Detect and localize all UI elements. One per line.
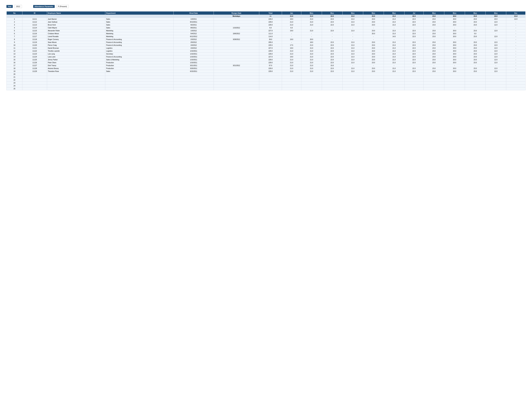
cell-0: 17 [7, 64, 22, 67]
cell-6: 226.0 [259, 18, 282, 21]
cell-18 [506, 82, 526, 84]
cell-18 [506, 87, 526, 90]
cell-17: - [485, 64, 506, 67]
cell-1: 11121 [22, 47, 47, 50]
cell-3: Sales [105, 27, 173, 29]
cell-18 [506, 84, 526, 87]
cell-7: 21.0 [282, 61, 301, 64]
cell-16: 23.0 [465, 58, 485, 61]
cell-12: 21.0 [384, 67, 404, 70]
cell-16: 23.0 [465, 41, 485, 44]
cell-0: 1 [7, 18, 22, 21]
cell-10: 21.0 [342, 61, 363, 64]
cell-15: - [444, 27, 465, 29]
cell-2: Lana Lane [47, 56, 105, 58]
cell-16: 23.0 [465, 50, 485, 53]
cell-6: 57.0 [259, 64, 282, 67]
cell-13: 22.0 [404, 47, 424, 50]
cell-0: 25 [7, 87, 22, 90]
cell-13: 22.0 [404, 44, 424, 47]
cell-11: 23.0 [363, 29, 384, 32]
cell-16: 23.0 [465, 67, 485, 70]
cell-17: 12.0 [485, 56, 506, 58]
cell-9: - [322, 35, 342, 38]
cell-10: 21.0 [342, 67, 363, 70]
cell-3: Finance & Accounting [105, 41, 173, 44]
cell-17: 12.0 [485, 24, 506, 27]
cell-5: 3/21/2012 [214, 64, 259, 67]
cell-0: 12 [7, 50, 22, 53]
cell-8: 21.0 [301, 24, 322, 27]
cell-1 [22, 73, 47, 76]
col-mon-9: Mon [485, 11, 506, 15]
table-row: 811118Roger ConneryFinance & Accounting2… [7, 38, 526, 41]
cell-2 [47, 84, 105, 87]
cell-16: - [465, 38, 485, 41]
cell-18: - [506, 70, 526, 73]
workdays-cell-5: Workdays [214, 15, 259, 18]
cell-10 [342, 82, 363, 84]
cell-18 [506, 79, 526, 82]
cell-6 [259, 76, 282, 79]
cell-15: 20.0 [444, 32, 465, 35]
table-row: 25 [7, 87, 526, 90]
cell-5 [214, 79, 259, 82]
cell-11: 23.0 [363, 56, 384, 58]
cell-15: - [444, 64, 465, 67]
cell-9 [322, 79, 342, 82]
cell-13 [404, 82, 424, 84]
cell-0: 23 [7, 82, 22, 84]
cell-10: 21.0 [342, 24, 363, 27]
cell-7 [282, 82, 301, 84]
cell-15: 20.0 [444, 58, 465, 61]
year-value[interactable]: 2012 [14, 5, 22, 8]
cell-6: 227.0 [259, 47, 282, 50]
cell-13: 22.0 [404, 70, 424, 73]
cell-18: - [506, 24, 526, 27]
cell-12: 21.0 [384, 24, 404, 27]
cell-10 [342, 84, 363, 87]
cell-8 [301, 76, 322, 79]
cell-17 [485, 82, 506, 84]
cell-14 [424, 84, 444, 87]
cell-4: 2/3/2012 [173, 38, 214, 41]
cell-8 [301, 87, 322, 90]
cell-12: 21.0 [384, 61, 404, 64]
table-body: Workdays>>21.021.022.021.023.021.022.023… [7, 15, 526, 90]
cell-3: Sales [105, 24, 173, 27]
cell-6: 229.0 [259, 21, 282, 24]
cell-4: 1/5/2012 [173, 44, 214, 47]
cell-11: 23.0 [363, 61, 384, 64]
cell-1: 11125 [22, 58, 47, 61]
cell-3 [105, 73, 173, 76]
table-row: 111111Jack BannerSales1/3/2011226.018.02… [7, 18, 526, 21]
cell-11: 23.0 [363, 50, 384, 53]
cell-12: 21.0 [384, 44, 404, 47]
table-row: 23 [7, 82, 526, 84]
cell-8: 21.0 [301, 70, 322, 73]
cell-12 [384, 87, 404, 90]
attendance-param-value[interactable]: P (Present) [56, 5, 69, 8]
cell-3 [105, 82, 173, 84]
col-total: Total [259, 11, 282, 15]
cell-11: 23.0 [363, 58, 384, 61]
top-bar: Year 2012 Attendance Parameter P (Presen… [6, 5, 526, 8]
cell-6: 225.5 [259, 44, 282, 47]
cell-3: Finance & Accounting [105, 56, 173, 58]
cell-16: 23.0 [465, 47, 485, 50]
cell-7 [282, 87, 301, 90]
cell-15: - [444, 38, 465, 41]
cell-17: 12.0 [485, 41, 506, 44]
cell-2: Antonio Bracey [47, 67, 105, 70]
cell-0: 4 [7, 27, 22, 29]
cell-14: 23.0 [424, 47, 444, 50]
cell-14: 23.0 [424, 35, 444, 38]
cell-7: - [282, 32, 301, 35]
cell-18: - [506, 41, 526, 44]
cell-3 [105, 76, 173, 79]
cell-11: 23.0 [363, 44, 384, 47]
cell-2: Theodore Rose [47, 70, 105, 73]
cell-1: 11120 [22, 44, 47, 47]
cell-5 [214, 67, 259, 70]
cell-12: - [384, 64, 404, 67]
